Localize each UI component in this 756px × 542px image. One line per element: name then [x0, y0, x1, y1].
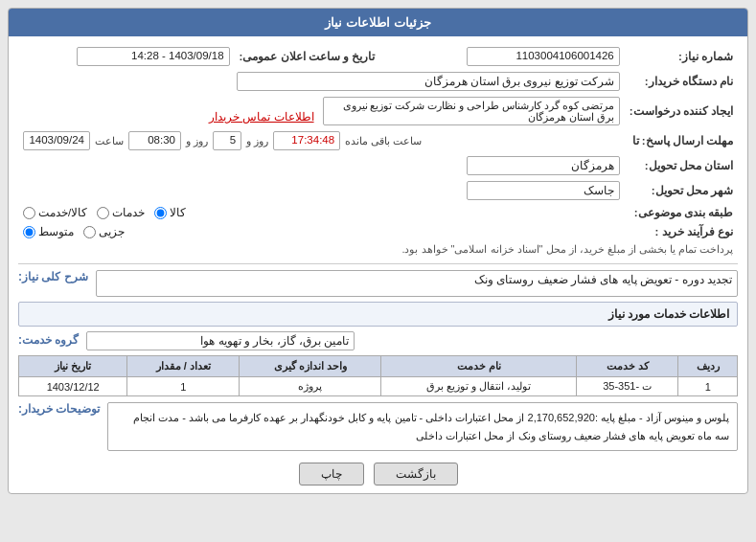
card-body: شماره نیاز: 1103004106001426 تاریخ و ساع…	[9, 36, 747, 493]
col-row: ردیف	[678, 356, 738, 377]
cell-unit: پروژه	[240, 377, 381, 396]
row-payment-note: پرداخت تمام یا بخشی از مبلغ خرید، از محل…	[18, 241, 738, 258]
date-time-label: تاریخ و ساعت اعلان عمومی:	[235, 44, 380, 69]
table-row: 1 ت -351-35 تولید، انتقال و توزیع برق پر…	[19, 377, 738, 396]
deadline-days-label: روز و	[186, 135, 208, 147]
cell-code: ت -351-35	[576, 377, 678, 396]
date-time-value: 1403/09/18 - 14:28	[77, 47, 230, 66]
col-code: کد خدمت	[576, 356, 678, 377]
goods-type-kala-radio[interactable]	[154, 207, 167, 219]
col-date: تاریخ نیاز	[19, 356, 127, 377]
card-header: جزئیات اطلاعات نیاز	[9, 9, 747, 36]
service-group-row: گروه خدمت: تامین برق، گاز، بخار و تهویه …	[18, 331, 738, 350]
print-button[interactable]: چاپ	[299, 463, 364, 486]
buyer-notes-row: توضیحات خریدار: پلوس و مینوس آزاد - مبلغ…	[18, 402, 738, 457]
header-title: جزئیات اطلاعات نیاز	[325, 15, 430, 30]
order-type-jozyi-label: جزیی	[99, 225, 125, 238]
delivery-province-label: استان محل تحویل:	[625, 153, 738, 178]
order-type-jozyi-radio[interactable]	[83, 226, 96, 238]
buyer-org-value: شرکت توزیع نیروی برق استان هرمزگان	[237, 72, 620, 91]
order-type-label: نوع فرآیند خرید :	[625, 222, 738, 241]
delivery-city-value: جاسک	[467, 181, 620, 200]
info-table: شماره نیاز: 1103004106001426 تاریخ و ساع…	[18, 44, 738, 258]
goods-type-kala-item: کالا	[154, 206, 186, 219]
row-need-number: شماره نیاز: 1103004106001426 تاریخ و ساع…	[18, 44, 738, 69]
col-name: نام خدمت	[381, 356, 576, 377]
divider-1	[18, 263, 738, 264]
goods-type-khadamat-radio[interactable]	[97, 207, 109, 219]
goods-type-kala-label: کالا	[170, 206, 186, 219]
need-number-value: 1103004106001426	[467, 47, 620, 66]
requester-label: ایجاد کننده درخواست:	[625, 94, 738, 128]
goods-type-khadamat-item: خدمات	[97, 206, 145, 219]
service-desc-row: شرح کلی نیاز: تجدید دوره - تعویض پایه ها…	[18, 270, 738, 297]
response-deadline-label: مهلت ارسال پاسخ: تا	[625, 128, 738, 153]
order-type-matawaset-radio[interactable]	[23, 226, 35, 238]
service-table-header-row: ردیف کد خدمت نام خدمت واحد اندازه گیری ت…	[19, 356, 738, 377]
deadline-date: 1403/09/24	[23, 131, 90, 150]
delivery-province-value: هرمزگان	[467, 156, 620, 175]
goods-type-label: طبقه بندی موضوعی:	[625, 203, 738, 222]
row-order-type: نوع فرآیند خرید : متوسط جزیی	[18, 222, 738, 241]
cell-count: 1	[127, 377, 240, 396]
deadline-hours-label: ساعت باقی مانده	[345, 135, 422, 147]
page-wrapper: جزئیات اطلاعات نیاز شماره نیاز: 11030041…	[0, 0, 756, 542]
service-desc-value: تجدید دوره - تعویض پایه های فشار ضعیف رو…	[96, 270, 738, 297]
deadline-days: 5	[213, 131, 241, 150]
row-goods-type: طبقه بندی موضوعی: کالا/خدمت خدمات	[18, 203, 738, 222]
order-type-matawaset-label: متوسط	[38, 225, 74, 238]
deadline-time-label: ساعت	[95, 135, 124, 147]
need-number-label: شماره نیاز:	[625, 44, 738, 69]
order-type-matawaset-item: متوسط	[23, 225, 74, 238]
row-city: شهر محل تحویل: جاسک	[18, 178, 738, 203]
service-table-head: ردیف کد خدمت نام خدمت واحد اندازه گیری ت…	[19, 356, 738, 377]
contact-link[interactable]: اطلاعات تماس خریدار	[209, 111, 313, 123]
buyer-notes-label: توضیحات خریدار:	[18, 402, 100, 416]
order-type-group: متوسط جزیی	[23, 225, 620, 238]
service-table-body: 1 ت -351-35 تولید، انتقال و توزیع برق پر…	[19, 377, 738, 396]
goods-type-khadamat-label: خدمات	[112, 206, 145, 219]
service-info-label: اطلاعات خدمات مورد نیاز	[18, 302, 738, 327]
buyer-org-label: نام دستگاه خریدار:	[625, 69, 738, 94]
service-group-label: گروه خدمت:	[18, 333, 79, 347]
cell-date: 1403/12/12	[19, 377, 127, 396]
row-buyer-org: نام دستگاه خریدار: شرکت توزیع نیروی برق …	[18, 69, 738, 94]
service-desc-label: شرح کلی نیاز:	[18, 270, 88, 283]
buyer-notes-value: پلوس و مینوس آزاد - مبلغ پایه :2,170,652…	[107, 402, 738, 451]
goods-type-kala-khadamat-radio[interactable]	[23, 207, 35, 219]
row-requester: ایجاد کننده درخواست: مرتضی کوه گرد کارشن…	[18, 94, 738, 128]
deadline-remaining: 17:34:48	[273, 131, 340, 150]
btn-row: چاپ بازگشت	[18, 463, 738, 486]
deadline-row: 1403/09/24 ساعت 08:30 روز و 5 روز و 17:3…	[23, 131, 620, 150]
back-button[interactable]: بازگشت	[374, 463, 458, 486]
row-province: استان محل تحویل: هرمزگان	[18, 153, 738, 178]
row-deadline: مهلت ارسال پاسخ: تا 1403/09/24 ساعت 08:3…	[18, 128, 738, 153]
goods-type-group: کالا/خدمت خدمات کالا	[23, 206, 620, 219]
deadline-remaining-label: روز و	[246, 135, 268, 147]
col-count: تعداد / مقدار	[127, 356, 240, 377]
goods-type-kala-khadamat-item: کالا/خدمت	[23, 206, 87, 219]
requester-value: مرتضی کوه گرد کارشناس طراحی و نظارت شرکت…	[323, 97, 620, 125]
order-type-jozyi-item: جزیی	[83, 225, 125, 238]
delivery-city-label: شهر محل تحویل:	[625, 178, 738, 203]
cell-row: 1	[678, 377, 738, 396]
service-group-value: تامین برق، گاز، بخار و تهویه هوا	[86, 331, 355, 350]
cell-name: تولید، انتقال و توزیع برق	[381, 377, 576, 396]
col-unit: واحد اندازه گیری	[240, 356, 381, 377]
goods-type-kala-khadamat-label: کالا/خدمت	[38, 206, 87, 219]
main-card: جزئیات اطلاعات نیاز شماره نیاز: 11030041…	[8, 8, 748, 494]
service-table: ردیف کد خدمت نام خدمت واحد اندازه گیری ت…	[18, 355, 738, 396]
deadline-time: 08:30	[128, 131, 181, 150]
payment-note: پرداخت تمام یا بخشی از مبلغ خرید، از محل…	[18, 241, 738, 258]
